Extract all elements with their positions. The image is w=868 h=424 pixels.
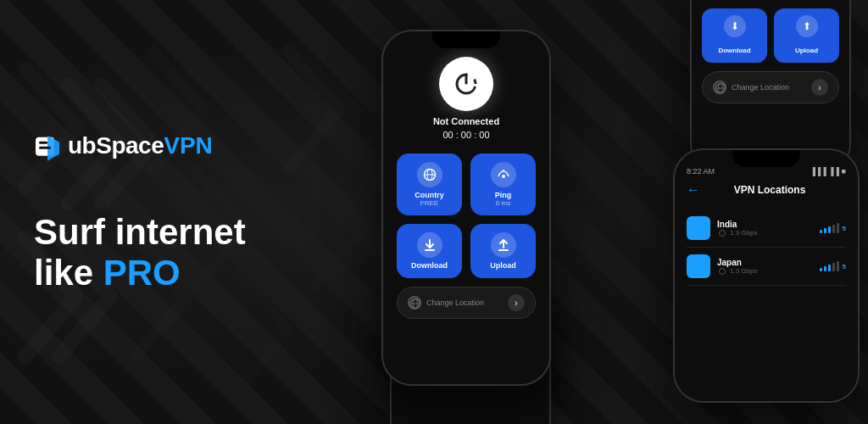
phone-bottom-right: 8:22 AM ▐▐▐ ▐▐ ■ ← VPN Locations India 1… [673, 148, 860, 403]
location-arrow-main[interactable]: › [508, 294, 525, 311]
vpn-title-right: VPN Locations [707, 184, 832, 196]
india-badge: 5 [843, 225, 846, 232]
globe-icon-main [408, 296, 421, 310]
vpn-header-right: ← VPN Locations [687, 182, 846, 198]
logo-text-sub: ubSpace [68, 132, 164, 159]
upload-icon: ⬆ [796, 15, 818, 37]
download-stat[interactable]: Download [397, 224, 462, 278]
phone-top-right: ⬇ Download ⬆ Upload Change Location › [690, 0, 851, 170]
change-location-text-main: Change Location [426, 298, 484, 307]
download-stat-icon [417, 232, 442, 258]
upload-btn[interactable]: ⬆ Upload [774, 8, 839, 63]
japan-signal-bars [820, 261, 839, 271]
tagline-line2: like PRO [34, 253, 246, 293]
location-item-japan[interactable]: Japan 1.3 Gbps 5 [687, 248, 846, 286]
ping-label: Ping [477, 191, 529, 199]
location-item-india[interactable]: India 1.3 Gbps 5 [687, 209, 846, 248]
japan-flag [687, 254, 710, 278]
japan-speed: 1.3 Gbps [717, 267, 820, 276]
power-btn-container: Not Connected 00 : 00 : 00 [397, 57, 536, 142]
download-btn[interactable]: ⬇ Download [702, 8, 767, 63]
svg-rect-3 [39, 147, 51, 149]
india-speed: 1.3 Gbps [717, 229, 820, 237]
upload-stat-label: Upload [477, 261, 529, 270]
globe-icon-top [713, 81, 726, 94]
svg-rect-2 [39, 142, 47, 144]
logo-text-vpn: VPN [164, 132, 213, 159]
upload-label: Upload [795, 47, 818, 54]
ping-icon [491, 162, 516, 187]
logo: ubSpaceVPN [34, 131, 246, 161]
svg-point-12 [502, 175, 505, 178]
upload-stat[interactable]: Upload [470, 224, 536, 278]
download-icon: ⬇ [724, 15, 746, 37]
country-label: Country [403, 191, 455, 199]
country-icon [417, 162, 442, 187]
change-location-bar-main[interactable]: Change Location › [397, 287, 536, 319]
change-location-bar-top[interactable]: Change Location › [702, 71, 839, 103]
ping-stat[interactable]: Ping 0 ms [470, 153, 536, 215]
timer: 00 : 00 : 00 [442, 130, 489, 140]
phone-main: Not Connected 00 : 00 : 00 Country FREE [381, 30, 551, 386]
india-name: India [717, 220, 820, 229]
tagline-pro: PRO [103, 253, 181, 293]
phone-notch-main [432, 31, 500, 48]
tagline-line1: Surf internet [34, 212, 246, 253]
status-bar-right: 8:22 AM ▐▐▐ ▐▐ ■ [687, 167, 846, 176]
logo-icon [34, 131, 64, 161]
left-panel: ubSpaceVPN Surf internet like PRO [34, 131, 246, 294]
location-arrow-top[interactable]: › [811, 79, 828, 96]
status-text: Not Connected [433, 116, 499, 126]
svg-point-21 [720, 230, 726, 236]
japan-name: Japan [717, 258, 820, 267]
stats-grid: Country FREE Ping 0 ms [397, 153, 536, 278]
back-arrow-right[interactable]: ← [687, 182, 700, 198]
upload-stat-icon [491, 232, 516, 258]
india-signal-bars [820, 223, 839, 233]
india-info: India 1.3 Gbps [717, 220, 820, 237]
tagline: Surf internet like PRO [34, 212, 246, 294]
country-stat[interactable]: Country FREE [397, 153, 462, 215]
country-value: FREE [403, 199, 455, 207]
japan-badge: 5 [843, 263, 846, 271]
india-flag [687, 216, 710, 240]
phone-notch-right [732, 150, 800, 167]
change-location-text-top: Change Location [732, 83, 789, 92]
power-button[interactable] [439, 57, 493, 111]
download-label: Download [718, 47, 750, 54]
svg-point-22 [720, 268, 726, 274]
dl-ul-grid: ⬇ Download ⬆ Upload [702, 8, 839, 63]
connection-status: Not Connected 00 : 00 : 00 [433, 116, 499, 142]
download-stat-label: Download [403, 261, 455, 270]
japan-info: Japan 1.3 Gbps [717, 258, 820, 276]
ping-value: 0 ms [477, 199, 529, 207]
